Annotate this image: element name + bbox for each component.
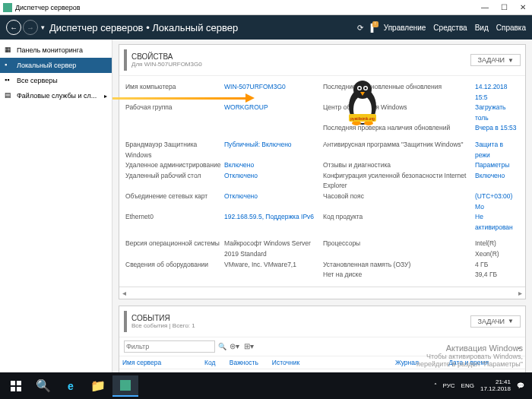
prop-value[interactable]: 192.168.59.5, Поддержка IPv6: [224, 212, 323, 233]
sidebar-item-file-services[interactable]: ▤Файловые службы и сл...▸: [0, 88, 112, 103]
tray-chevron[interactable]: ˄: [434, 382, 437, 389]
menu-manage[interactable]: Управление: [384, 24, 426, 32]
prop-label: Конфигурация усиленной безопасности Inte…: [323, 171, 475, 192]
menu-view[interactable]: Вид: [475, 24, 489, 32]
refresh-hint: ▾: [41, 24, 45, 31]
prop-label: Удаленный рабочий стол: [125, 171, 224, 192]
col-server[interactable]: Имя сервера: [119, 356, 201, 369]
prop-value[interactable]: Защита в режи: [475, 140, 519, 160]
explorer-icon[interactable]: 📁: [85, 375, 111, 397]
prop-label: Удаленное администрирование: [125, 160, 224, 171]
property-row: Брандмауэр Защитника WindowsПубличный: В…: [125, 140, 519, 160]
prop-value[interactable]: Включено: [224, 160, 323, 171]
prop-value[interactable]: (UTC+03:00) Мо: [475, 192, 519, 212]
dashboard-icon: ▦: [5, 46, 14, 55]
back-button[interactable]: ←: [6, 20, 21, 35]
prop-value[interactable]: Не активирован: [475, 212, 519, 233]
main-content: СВОЙСТВА Для WIN-507URFOM3G0 ЗАДАЧИ▼ pya…: [112, 40, 532, 372]
ie-icon[interactable]: e: [58, 375, 84, 397]
server-icon: ▪: [5, 61, 14, 70]
prop-label: Антивирусная программа "Защитник Windows…: [323, 140, 475, 160]
files-icon: ▤: [5, 91, 14, 100]
svg-rect-15: [17, 387, 21, 391]
clock[interactable]: 21:41 17.12.2018: [480, 379, 511, 393]
sidebar-item-dashboard[interactable]: ▦Панель мониторинга: [0, 43, 112, 58]
prop-value[interactable]: 14.12.2018 15:5: [475, 82, 519, 103]
prop-value[interactable]: Загружать толь: [475, 103, 519, 123]
maximize-button[interactable]: ☐: [498, 3, 511, 11]
event-row[interactable]: WIN-507URFOM3G0 8198 Ошибка Microsoft-Wi…: [119, 369, 525, 372]
properties-subtitle: Для WIN-507URFOM3G0: [131, 61, 202, 68]
property-row: Последняя проверка наличия обновленийВче…: [125, 123, 519, 134]
window-title: Диспетчер серверов: [15, 4, 81, 11]
prop-label: Рабочая группа: [125, 103, 224, 123]
lang-indicator[interactable]: ENG: [461, 382, 474, 389]
col-code[interactable]: Код: [201, 356, 226, 369]
notifications-icon[interactable]: ▌!: [371, 24, 376, 32]
prop-value[interactable]: Параметры: [475, 160, 509, 171]
tasks-button[interactable]: ЗАДАЧИ▼: [470, 54, 521, 66]
prop-value[interactable]: WIN-507URFOM3G0: [224, 82, 323, 103]
refresh-icon[interactable]: ⟳: [357, 24, 363, 32]
prop-value[interactable]: Отключено: [224, 192, 323, 212]
prop-value[interactable]: [224, 270, 323, 280]
server-manager-task[interactable]: [112, 375, 138, 397]
start-button[interactable]: [3, 375, 29, 397]
property-row: Удаленный рабочий столОтключеноКонфигура…: [125, 171, 519, 192]
panel-accent: [124, 311, 127, 332]
h-scrollbar[interactable]: ◂▸: [119, 287, 525, 299]
property-row: Ethernet0192.168.59.5, Поддержка IPv6Код…: [125, 212, 519, 233]
tasks-button[interactable]: ЗАДАЧИ▼: [470, 315, 521, 328]
menu-help[interactable]: Справка: [496, 24, 526, 32]
search-icon[interactable]: 🔍: [30, 375, 56, 397]
prop-value[interactable]: WORKGROUP: [224, 103, 323, 123]
prop-value: VMware, Inc. VMware7,1: [224, 260, 323, 271]
tags-icon[interactable]: ⊞▾: [244, 342, 254, 350]
properties-title: СВОЙСТВА: [131, 52, 202, 61]
keyboard-indicator[interactable]: РУС: [443, 382, 455, 389]
property-row: Имя компьютераWIN-507URFOM3G0Последние у…: [125, 82, 519, 103]
prop-label: Брандмауэр Защитника Windows: [125, 140, 224, 160]
prop-value[interactable]: Публичный: Включено: [224, 140, 323, 160]
prop-value: 39,4 ГБ: [475, 270, 497, 280]
svg-rect-14: [11, 387, 15, 391]
property-row: Сведения об оборудованииVMware, Inc. VMw…: [125, 260, 519, 271]
prop-value[interactable]: Вчера в 15:53: [475, 123, 517, 134]
prop-label: Код продукта: [323, 212, 475, 233]
prop-value[interactable]: Отключено: [224, 171, 323, 192]
app-header: ← → ▾ Диспетчер серверов • Локальный сер…: [0, 15, 532, 40]
prop-value: Майкрософт Windows Server 2019 Standard: [224, 239, 323, 259]
close-button[interactable]: ✕: [517, 3, 529, 11]
sidebar-item-local-server[interactable]: ▪Локальный сервер: [0, 58, 112, 73]
prop-label: Сведения об оборудовании: [125, 260, 224, 271]
svg-point-2: [353, 81, 372, 99]
taskbar: 🔍 e 📁 ˄ РУС ENG 21:41 17.12.2018 💬: [0, 372, 532, 399]
prop-value[interactable]: [224, 123, 323, 134]
prop-label: Часовой пояс: [323, 192, 475, 212]
app-icon: [3, 3, 12, 12]
sidebar: ▦Панель мониторинга ▪Локальный сервер ▪▪…: [0, 40, 112, 372]
servers-icon: ▪▪: [5, 76, 14, 85]
property-row: Нет на диске39,4 ГБ: [125, 270, 519, 280]
property-row: Версия операционной системыМайкрософт Wi…: [125, 239, 519, 259]
minimize-button[interactable]: —: [478, 3, 492, 11]
prop-label: [125, 123, 224, 134]
col-severity[interactable]: Важность: [226, 356, 269, 369]
svg-point-5: [359, 87, 361, 90]
prop-label: Отзывы и диагностика: [323, 160, 475, 171]
search-icon[interactable]: 🔍: [218, 343, 226, 350]
prop-value[interactable]: Включено: [475, 171, 505, 192]
events-filter-input[interactable]: [124, 340, 215, 353]
prop-label: Установленная память (ОЗУ): [323, 260, 475, 271]
sidebar-item-all-servers[interactable]: ▪▪Все серверы: [0, 73, 112, 88]
property-row: Объединение сетевых картОтключеноЧасовой…: [125, 192, 519, 212]
prop-value: 4 ГБ: [475, 260, 488, 271]
forward-button[interactable]: →: [23, 20, 38, 35]
panel-accent: [124, 49, 127, 71]
filter-icon[interactable]: ⊜▾: [230, 342, 239, 350]
menu-tools[interactable]: Средства: [433, 24, 467, 32]
notifications-icon[interactable]: 💬: [517, 382, 524, 389]
breadcrumb: Диспетчер серверов • Локальный сервер: [49, 22, 238, 33]
col-source[interactable]: Источник: [269, 356, 392, 369]
prop-label: Объединение сетевых карт: [125, 192, 224, 212]
